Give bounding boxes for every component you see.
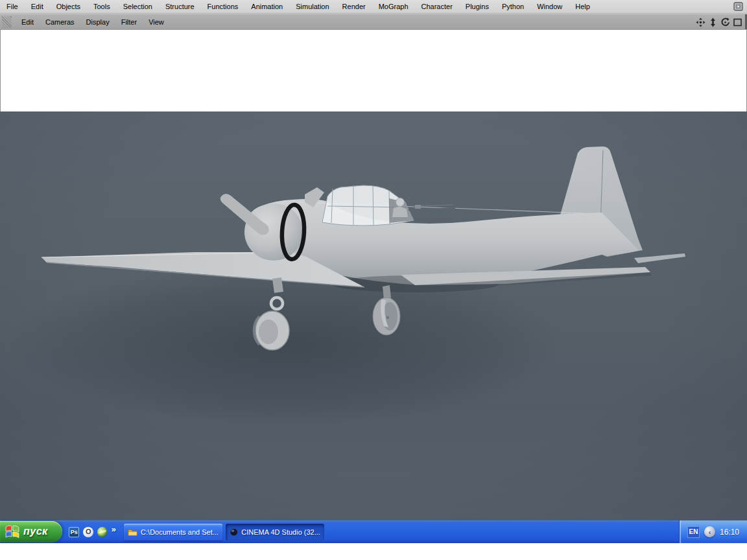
windows-logo-icon xyxy=(5,524,19,538)
bottom-white-strip xyxy=(0,543,747,560)
viewport-toolbar: Edit Cameras Display Filter View xyxy=(0,14,747,29)
menu-help[interactable]: Help xyxy=(569,0,597,14)
quick-launch-bar: Ps O » xyxy=(62,520,120,543)
scale-camera-icon[interactable] xyxy=(707,17,718,27)
main-menu-bar: File Edit Objects Tools Selection Struct… xyxy=(0,0,747,14)
taskbar-button-label: C:\Documents and Set... xyxy=(141,528,219,536)
rotate-camera-icon[interactable] xyxy=(720,17,730,27)
empty-panel xyxy=(0,29,747,111)
taskbar-button-label: CINEMA 4D Studio (32... xyxy=(241,528,320,536)
engine-cowling xyxy=(244,204,303,261)
history-icon[interactable]: ‹ xyxy=(704,526,715,537)
quick-launch-overflow-chevron[interactable]: » xyxy=(112,524,116,534)
toolbar-grip-handle[interactable] xyxy=(2,16,12,28)
globe-icon[interactable] xyxy=(97,526,108,537)
desktop-screen: File Edit Objects Tools Selection Struct… xyxy=(0,0,747,560)
menu-objects[interactable]: Objects xyxy=(50,0,87,14)
taskbar-window-buttons: C:\Documents and Set... CINEMA 4D Studio… xyxy=(124,524,324,541)
menu-functions[interactable]: Functions xyxy=(201,0,245,14)
menu-python[interactable]: Python xyxy=(495,0,530,14)
menu-tools[interactable]: Tools xyxy=(87,0,117,14)
taskbar: пуск Ps O » C:\Documents and Set... xyxy=(0,520,747,543)
gear-strut-near xyxy=(272,277,283,293)
menu-plugins[interactable]: Plugins xyxy=(459,0,495,14)
gunner-head xyxy=(396,198,405,207)
vp-menu-edit[interactable]: Edit xyxy=(16,14,40,30)
tray-clock[interactable]: 16:10 xyxy=(720,528,739,537)
vp-menu-filter[interactable]: Filter xyxy=(115,14,143,30)
menu-animation[interactable]: Animation xyxy=(244,0,289,14)
cinema4d-icon xyxy=(230,527,238,537)
language-indicator[interactable]: EN xyxy=(687,526,700,538)
vp-menu-display[interactable]: Display xyxy=(80,14,115,30)
taskbar-button-explorer[interactable]: C:\Documents and Set... xyxy=(124,524,222,541)
vp-menu-view[interactable]: View xyxy=(143,14,170,30)
far-stabilizer xyxy=(634,253,685,263)
panel-icon[interactable] xyxy=(733,2,743,11)
move-camera-icon[interactable] xyxy=(695,17,706,27)
menu-structure[interactable]: Structure xyxy=(159,0,201,14)
menu-mograph[interactable]: MoGraph xyxy=(372,0,415,14)
menu-edit[interactable]: Edit xyxy=(25,0,50,14)
menu-simulation[interactable]: Simulation xyxy=(289,0,335,14)
menu-window[interactable]: Window xyxy=(530,0,569,14)
airplane-3d-model xyxy=(0,111,747,520)
viewport-3d[interactable] xyxy=(0,111,747,520)
folder-icon xyxy=(128,528,137,537)
vp-menu-cameras[interactable]: Cameras xyxy=(40,14,80,30)
start-button-label: пуск xyxy=(23,526,48,537)
menu-selection[interactable]: Selection xyxy=(117,0,159,14)
opera-icon[interactable]: O xyxy=(83,526,94,537)
start-button[interactable]: пуск xyxy=(0,521,62,542)
photoshop-icon[interactable]: Ps xyxy=(69,526,80,537)
toggle-panel-icon[interactable] xyxy=(732,17,742,27)
menu-file[interactable]: File xyxy=(0,0,25,14)
taskbar-button-cinema4d[interactable]: CINEMA 4D Studio (32... xyxy=(226,524,324,541)
viewport-nav-icons xyxy=(695,14,742,30)
menu-render[interactable]: Render xyxy=(336,0,372,14)
menu-character[interactable]: Character xyxy=(415,0,459,14)
system-tray: EN ‹ 16:10 xyxy=(679,520,747,543)
